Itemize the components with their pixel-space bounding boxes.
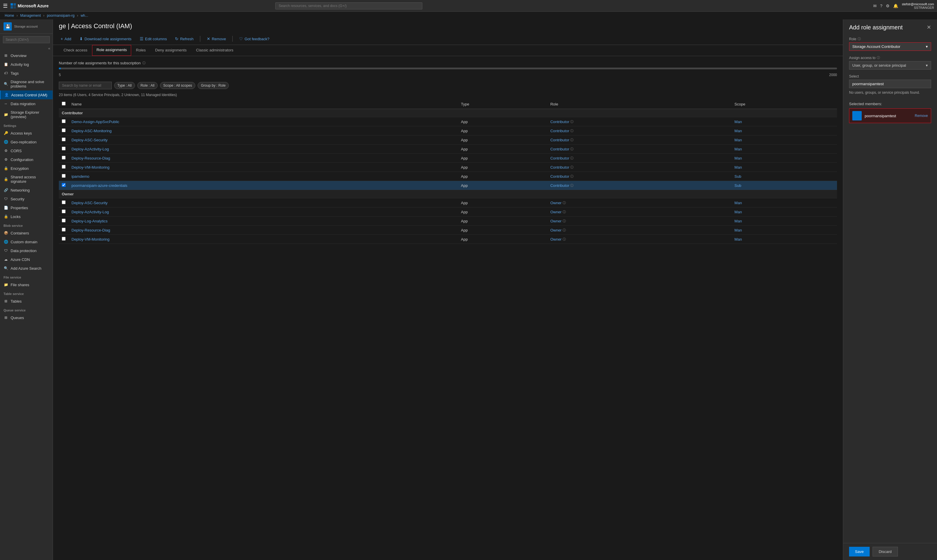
sidebar-item-cors[interactable]: ⚙ CORS <box>0 146 52 155</box>
save-button[interactable]: Save <box>849 547 870 557</box>
breadcrumb-home[interactable]: Home <box>5 14 14 18</box>
role-info-icon[interactable]: ⓘ <box>570 129 574 133</box>
global-search[interactable] <box>275 2 422 9</box>
row-name-link[interactable]: Deploy-Log-Analytics <box>71 219 108 223</box>
tab-deny-assignments[interactable]: Deny assignments <box>151 45 191 56</box>
row-name-link[interactable]: poormansipam-azure-credentials <box>71 183 127 188</box>
role-info-icon[interactable]: ⓘ <box>570 174 574 178</box>
feedback-button[interactable]: ♡ Got feedback? <box>237 35 271 42</box>
table-row[interactable]: Deploy-Resource-Diag App Owner ⓘ Man <box>59 226 837 235</box>
role-info-icon[interactable]: ⓘ <box>570 183 574 188</box>
sidebar-item-diagnose[interactable]: 🔍 Diagnose and solve problems <box>0 78 52 91</box>
assign-field-info-icon[interactable]: ⓘ <box>877 55 880 60</box>
table-row[interactable]: Deploy-AzActivity-Log App Contributor ⓘ … <box>59 145 837 154</box>
sidebar-item-data-migration[interactable]: ↔ Data migration <box>0 99 52 108</box>
row-name-link[interactable]: Deploy-ASC-Security <box>71 201 108 205</box>
add-button[interactable]: + Add <box>59 35 73 42</box>
sidebar-item-add-azure-search[interactable]: 🔍 Add Azure Search <box>0 264 52 273</box>
breadcrumb-management[interactable]: Management <box>20 14 41 18</box>
row-checkbox[interactable] <box>62 183 66 187</box>
row-checkbox[interactable] <box>62 156 66 160</box>
filter-role[interactable]: Role : All <box>137 82 157 89</box>
filter-search-input[interactable] <box>59 82 112 89</box>
table-row[interactable]: Deploy-ASC-Monitoring App Contributor ⓘ … <box>59 126 837 135</box>
row-checkbox[interactable] <box>62 174 66 178</box>
breadcrumb-rg[interactable]: poormansipam-rg <box>47 14 74 18</box>
tab-role-assignments[interactable]: Role assignments <box>92 45 131 56</box>
sidebar-collapse-btn[interactable]: « <box>0 46 52 51</box>
row-checkbox[interactable] <box>62 137 66 142</box>
rp-close-button[interactable]: ✕ <box>927 24 931 31</box>
row-checkbox[interactable] <box>62 200 66 204</box>
role-info-icon[interactable]: ⓘ <box>570 156 574 160</box>
tab-roles[interactable]: Roles <box>131 45 150 56</box>
row-checkbox[interactable] <box>62 165 66 169</box>
sidebar-item-overview[interactable]: ⊞ Overview <box>0 51 52 60</box>
sidebar-item-storage-explorer[interactable]: 📁 Storage Explorer (preview) <box>0 108 52 121</box>
row-name-link[interactable]: Deploy-VM-Monitoring <box>71 237 110 242</box>
row-checkbox[interactable] <box>62 237 66 241</box>
row-checkbox[interactable] <box>62 209 66 213</box>
mail-icon[interactable]: ✉ <box>873 3 877 8</box>
row-checkbox[interactable] <box>62 147 66 151</box>
sidebar-item-tags[interactable]: 🏷 Tags <box>0 69 52 78</box>
sidebar-item-custom-domain[interactable]: 🌐 Custom domain <box>0 237 52 246</box>
notification-icon[interactable]: 🔔 <box>893 3 898 8</box>
role-info-icon[interactable]: ⓘ <box>563 219 566 223</box>
ra-info-icon[interactable]: ⓘ <box>142 61 145 65</box>
role-info-icon[interactable]: ⓘ <box>563 201 566 205</box>
sidebar-item-security[interactable]: 🛡 Security <box>0 194 52 203</box>
edit-columns-button[interactable]: ☰ Edit columns <box>138 35 168 42</box>
sidebar-item-access-keys[interactable]: 🔑 Access keys <box>0 129 52 137</box>
sidebar-item-access-control[interactable]: 👤 Access Control (IAM) <box>0 91 52 99</box>
table-row[interactable]: ipamdemo App Contributor ⓘ Sub <box>59 172 837 181</box>
download-button[interactable]: ⬇ Download role assignments <box>78 35 133 42</box>
remove-button[interactable]: ✕ Remove <box>205 35 228 42</box>
sidebar-item-geo-replication[interactable]: 🌐 Geo-replication <box>0 137 52 146</box>
role-field-info-icon[interactable]: ⓘ <box>858 37 861 41</box>
role-info-icon[interactable]: ⓘ <box>570 120 574 124</box>
row-name-link[interactable]: Deploy-ASC-Monitoring <box>71 129 112 133</box>
filter-group[interactable]: Group by : Role <box>198 82 229 89</box>
row-name-link[interactable]: Deploy-Resource-Diag <box>71 156 110 160</box>
role-info-icon[interactable]: ⓘ <box>563 237 566 242</box>
filter-type[interactable]: Type : All <box>114 82 135 89</box>
hamburger-menu[interactable]: ☰ <box>3 3 8 9</box>
rp-select-input[interactable] <box>849 80 931 88</box>
sidebar-item-encryption[interactable]: 🔒 Encryption <box>0 164 52 173</box>
role-info-icon[interactable]: ⓘ <box>570 138 574 142</box>
role-info-icon[interactable]: ⓘ <box>570 147 574 151</box>
table-row[interactable]: Deploy-Resource-Diag App Contributor ⓘ M… <box>59 154 837 163</box>
sidebar-item-activity-log[interactable]: 📋 Activity log <box>0 60 52 69</box>
sidebar-item-properties[interactable]: 📄 Properties <box>0 203 52 212</box>
sidebar-item-queues[interactable]: ⊞ Queues <box>0 313 52 322</box>
settings-icon[interactable]: ⚙ <box>886 3 890 8</box>
table-row[interactable]: Demo-Assign-AppSvcPublic App Contributor… <box>59 117 837 126</box>
refresh-button[interactable]: ↻ Refresh <box>173 35 195 42</box>
breadcrumb-resource[interactable]: wh... <box>80 14 88 18</box>
sidebar-item-azure-cdn[interactable]: ☁ Azure CDN <box>0 255 52 264</box>
sidebar-search-container[interactable] <box>0 34 52 46</box>
row-name-link[interactable]: Deploy-AzActivity-Log <box>71 210 109 214</box>
sidebar-search-input[interactable] <box>3 36 50 43</box>
table-row[interactable]: Deploy-AzActivity-Log App Owner ⓘ Man <box>59 208 837 217</box>
table-row[interactable]: Deploy-ASC-Security App Owner ⓘ Man <box>59 198 837 208</box>
rp-assign-select[interactable]: User, group, or service principal ▾ <box>849 61 931 70</box>
table-row[interactable]: Deploy-VM-Monitoring App Owner ⓘ Man <box>59 235 837 244</box>
sidebar-item-containers[interactable]: 📦 Containers <box>0 229 52 237</box>
role-info-icon[interactable]: ⓘ <box>570 165 574 169</box>
sidebar-item-networking[interactable]: 🔗 Networking <box>0 186 52 194</box>
role-info-icon[interactable]: ⓘ <box>563 210 566 214</box>
role-info-icon[interactable]: ⓘ <box>563 228 566 232</box>
sidebar-item-locks[interactable]: 🔒 Locks <box>0 212 52 221</box>
table-row-selected[interactable]: poormansipam-azure-credentials App Contr… <box>59 181 837 190</box>
sidebar-item-file-shares[interactable]: 📁 File shares <box>0 280 52 289</box>
help-icon[interactable]: ? <box>880 3 883 8</box>
row-checkbox[interactable] <box>62 128 66 132</box>
row-name-link[interactable]: ipamdemo <box>71 174 90 178</box>
tab-classic-administrators[interactable]: Classic administrators <box>191 45 238 56</box>
row-checkbox[interactable] <box>62 228 66 232</box>
rp-role-select[interactable]: Storage Account Contributor ▾ <box>849 42 931 51</box>
rp-remove-link[interactable]: Remove <box>915 114 928 118</box>
table-row[interactable]: Deploy-VM-Monitoring App Contributor ⓘ M… <box>59 163 837 172</box>
